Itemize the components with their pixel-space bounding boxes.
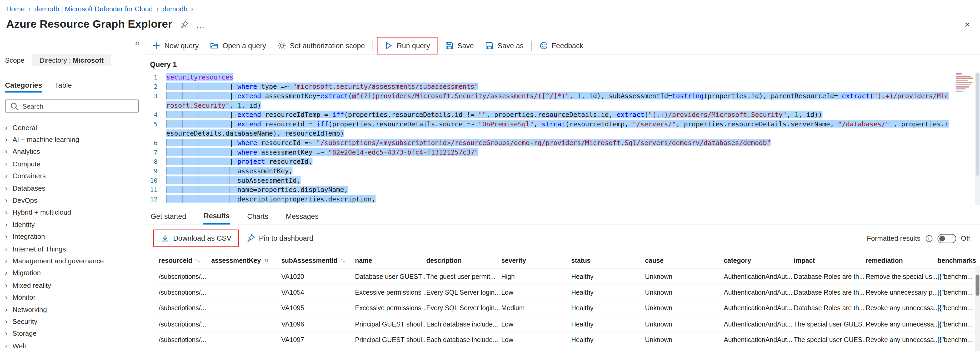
category-item[interactable]: ›Networking: [5, 303, 145, 316]
info-icon[interactable]: i: [925, 235, 932, 242]
tab-get-started[interactable]: Get started: [150, 211, 187, 224]
category-item[interactable]: ›Migration: [5, 267, 145, 279]
pin-icon[interactable]: [180, 20, 188, 29]
category-item[interactable]: ›Mixed reality: [5, 279, 145, 291]
category-item[interactable]: ›Security: [5, 316, 145, 327]
column-header[interactable]: subAssessmentId↑↓: [281, 256, 355, 264]
search-box[interactable]: [5, 99, 139, 113]
close-icon[interactable]: ×: [964, 19, 970, 29]
line-number: 12: [145, 195, 166, 204]
category-item[interactable]: ›Management and governance: [5, 255, 145, 267]
code-line[interactable]: 1securityresources: [145, 73, 951, 82]
new-query-button[interactable]: New query: [146, 38, 204, 53]
search-input[interactable]: [22, 102, 134, 110]
category-item[interactable]: ›Identity: [5, 218, 145, 230]
category-item[interactable]: ›Hybrid + multicloud: [5, 206, 145, 218]
editor-scrollbar[interactable]: [975, 73, 980, 206]
column-header[interactable]: impact: [794, 256, 865, 264]
table-cell: Remove the special us...: [865, 273, 937, 281]
category-item[interactable]: ›Integration: [5, 230, 145, 243]
column-header[interactable]: assessmentKey↑↓: [211, 256, 281, 264]
minimap[interactable]: [955, 73, 974, 206]
column-header[interactable]: resourceId↑↓: [159, 256, 211, 264]
feedback-button[interactable]: Feedback: [534, 38, 589, 53]
category-item[interactable]: ›DevOps: [5, 194, 145, 206]
formatted-results-toggle[interactable]: [937, 234, 956, 243]
category-item[interactable]: ›Containers: [5, 170, 145, 182]
code-text: | extend resourceId = iff(properties.res…: [166, 120, 951, 138]
breadcrumb-link[interactable]: Home: [6, 5, 25, 13]
category-item[interactable]: ›Databases: [5, 182, 145, 194]
set-authorization-scope-button[interactable]: Set authorization scope: [272, 38, 371, 53]
breadcrumb: Home›demodb | Microsoft Defender for Clo…: [0, 0, 980, 13]
scope-row: Scope Directory : Microsoft: [5, 54, 145, 66]
table-cell: AuthenticationAndAut...: [724, 336, 794, 343]
column-header[interactable]: category: [724, 256, 794, 264]
code-line[interactable]: 2 | where type =~ "microsoft.security/as…: [145, 82, 951, 91]
table-row[interactable]: /subscriptions/...VA1095Excessive permis…: [159, 300, 980, 316]
category-item[interactable]: ›Web: [5, 340, 145, 351]
category-item[interactable]: ›Monitor: [5, 291, 145, 303]
tab-charts[interactable]: Charts: [247, 211, 269, 224]
run-query-button[interactable]: Run query: [379, 38, 436, 53]
code-line[interactable]: 6 | where resourceId =~ "/subscriptions/…: [145, 138, 951, 148]
tab-results[interactable]: Results: [203, 210, 230, 225]
results-scrollbar-thumb[interactable]: [975, 274, 979, 296]
table-cell: Database Roles are th...: [794, 289, 865, 296]
pin-to-dashboard-button[interactable]: Pin to dashboard: [241, 231, 319, 246]
table-row[interactable]: /subscriptions/...VA1020Database user GU…: [159, 268, 980, 284]
save-as-button[interactable]: Save as: [479, 38, 529, 53]
category-label: Hybrid + multicloud: [13, 209, 71, 216]
category-item[interactable]: ›General: [5, 121, 145, 134]
code-line[interactable]: 5 | extend resourceId = iff(properties.r…: [145, 120, 951, 138]
open-query-button[interactable]: Open a query: [204, 38, 272, 53]
query-tab[interactable]: Query 1: [145, 55, 182, 71]
column-header[interactable]: description: [426, 256, 501, 264]
line-number: 10: [145, 176, 166, 185]
more-options-icon[interactable]: …: [196, 19, 205, 29]
table-row[interactable]: /subscriptions/...VA1054Excessive permis…: [159, 284, 980, 300]
table-cell: Unknown: [645, 336, 724, 343]
category-item[interactable]: ›AI + machine learning: [5, 134, 145, 145]
code-line[interactable]: 4 | extend resourceIdTemp = iff(properti…: [145, 110, 951, 120]
table-cell: Unknown: [645, 320, 724, 327]
chevron-right-icon: ›: [5, 257, 8, 265]
sort-icon: ↑↓: [196, 257, 199, 263]
column-header[interactable]: benchmarks: [938, 256, 980, 264]
download-csv-button[interactable]: Download as CSV: [155, 231, 237, 246]
line-number: 9: [145, 166, 166, 176]
code-line[interactable]: 10 subAssessmentId,: [145, 176, 951, 185]
tab-categories[interactable]: Categories: [5, 81, 42, 93]
table-row[interactable]: /subscriptions/...VA1097Principal GUEST …: [159, 331, 980, 347]
category-item[interactable]: ›Internet of Things: [5, 243, 145, 255]
category-item[interactable]: ›Compute: [5, 158, 145, 170]
directory-pill[interactable]: Directory : Microsoft: [32, 54, 111, 66]
save-button[interactable]: Save: [439, 38, 479, 53]
query-editor[interactable]: 1securityresources2 | where type =~ "mic…: [145, 73, 980, 206]
code-line[interactable]: 12 description=properties.description,: [145, 195, 951, 204]
toggle-state-label: Off: [961, 235, 970, 242]
code-line[interactable]: 9 assessmentKey,: [145, 166, 951, 176]
category-item[interactable]: ›Analytics: [5, 145, 145, 158]
column-header[interactable]: name: [355, 256, 426, 264]
toolbar-separator: [531, 40, 531, 50]
column-header[interactable]: remediation: [865, 256, 937, 264]
tab-table[interactable]: Table: [55, 81, 72, 93]
column-header[interactable]: status: [571, 256, 645, 264]
breadcrumb-link[interactable]: demodb: [162, 5, 188, 13]
results-scrollbar[interactable]: [975, 266, 980, 351]
table-row[interactable]: /subscriptions/...VA1096Principal GUEST …: [159, 316, 980, 331]
category-item[interactable]: ›Storage: [5, 327, 145, 340]
column-header[interactable]: severity: [501, 256, 571, 264]
code-line[interactable]: 7 | where assessmentKey =~ "82e20e14-edc…: [145, 148, 951, 157]
collapse-sidebar-icon[interactable]: «: [135, 38, 140, 48]
code-line[interactable]: 11 name=properties.displayName,: [145, 185, 951, 195]
column-header[interactable]: cause: [645, 256, 724, 264]
code-line[interactable]: 3 | extend assessmentKey=extract(@"(?i)p…: [145, 91, 951, 110]
code-line[interactable]: 8 | project resourceId,: [145, 157, 951, 166]
editor-scrollbar-thumb[interactable]: [975, 73, 979, 176]
tab-messages[interactable]: Messages: [285, 211, 319, 224]
chevron-right-icon: ›: [5, 305, 8, 313]
breadcrumb-link[interactable]: demodb | Microsoft Defender for Cloud: [35, 5, 153, 13]
table-cell: AuthenticationAndAut...: [724, 273, 794, 281]
